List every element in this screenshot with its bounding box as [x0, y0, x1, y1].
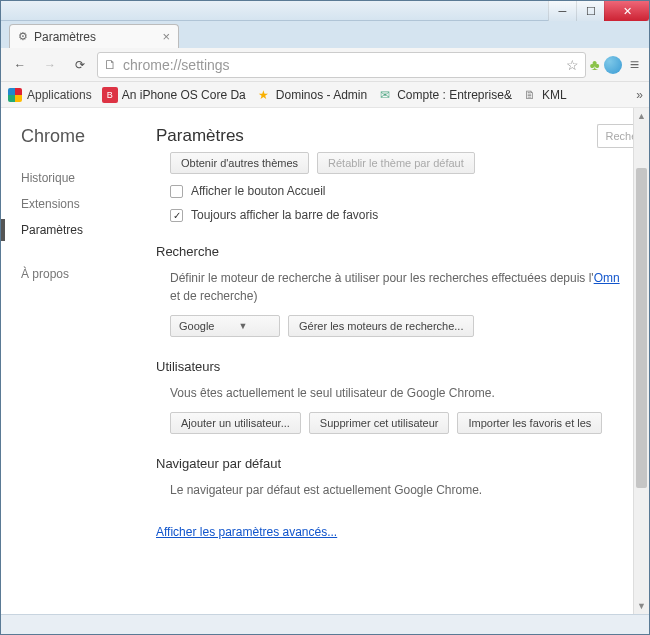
sidebar-item-extensions[interactable]: Extensions	[21, 191, 156, 217]
users-description: Vous êtes actuellement le seul utilisate…	[170, 384, 631, 402]
sidebar-item-settings[interactable]: Paramètres	[21, 217, 156, 243]
sidebar-item-history[interactable]: Historique	[21, 165, 156, 191]
bookmark-star-icon[interactable]: ☆	[566, 57, 579, 73]
bookmark-label: Compte : Entreprise&	[397, 88, 512, 102]
bookmarks-bar: Applications B An iPhone OS Core Da ★ Do…	[1, 82, 649, 108]
omnibox[interactable]: 🗋 ☆	[97, 52, 586, 78]
window-close-button[interactable]: ✕	[604, 1, 649, 21]
default-browser-description: Le navigateur par défaut est actuellemen…	[170, 481, 631, 499]
bookmark-icon: ★	[256, 87, 272, 103]
scrollbar[interactable]: ▲ ▼	[633, 108, 649, 614]
bookmarks-overflow-icon[interactable]: »	[636, 88, 643, 102]
show-bookbar-label: Toujours afficher la barre de favoris	[191, 208, 378, 222]
window-minimize-button[interactable]: ─	[548, 1, 576, 21]
forward-button[interactable]: →	[37, 52, 63, 78]
checkbox-icon[interactable]	[170, 185, 183, 198]
toolbar: ← → ⟳ 🗋 ☆ ♣ ≡	[1, 48, 649, 82]
bookmark-icon: B	[102, 87, 118, 103]
manage-engines-button[interactable]: Gérer les moteurs de recherche...	[288, 315, 474, 337]
apps-label: Applications	[27, 88, 92, 102]
bookmark-label: KML	[542, 88, 567, 102]
page-title: Paramètres	[156, 126, 244, 146]
search-engine-value: Google	[179, 320, 214, 332]
apps-icon	[8, 88, 22, 102]
brand-title: Chrome	[21, 126, 156, 147]
tab-close-icon[interactable]: ×	[162, 29, 170, 44]
get-themes-button[interactable]: Obtenir d'autres thèmes	[170, 152, 309, 174]
site-icon: 🗋	[104, 57, 117, 72]
sidebar-item-about[interactable]: À propos	[21, 261, 156, 287]
apps-shortcut[interactable]: Applications	[7, 87, 92, 103]
search-description: Définir le moteur de recherche à utilise…	[170, 269, 631, 305]
tab-settings[interactable]: ⚙ Paramètres ×	[9, 24, 179, 48]
scrollbar-thumb[interactable]	[636, 168, 647, 488]
browser-window: ─ ☐ ✕ ⚙ Paramètres × ← → ⟳ 🗋 ☆ ♣ ≡ Appli…	[0, 0, 650, 635]
back-button[interactable]: ←	[7, 52, 33, 78]
window-buttons: ─ ☐ ✕	[548, 1, 649, 21]
bookmark-item[interactable]: ✉ Compte : Entreprise&	[377, 87, 512, 103]
omnibox-link[interactable]: Omn	[594, 271, 620, 285]
tab-strip: ⚙ Paramètres ×	[1, 21, 649, 48]
checkbox-checked-icon[interactable]	[170, 209, 183, 222]
settings-header: Paramètres Recher	[156, 108, 649, 152]
default-browser-heading: Navigateur par défaut	[156, 456, 631, 471]
window-titlebar: ─ ☐ ✕	[1, 1, 649, 21]
section-search: Recherche Définir le moteur de recherche…	[156, 244, 631, 337]
settings-sidebar: Chrome Historique Extensions Paramètres …	[1, 108, 156, 614]
bookmark-icon: ✉	[377, 87, 393, 103]
section-appearance: Apparence Obtenir d'autres thèmes Rétabl…	[156, 152, 631, 222]
reset-theme-button[interactable]: Rétablir le thème par défaut	[317, 152, 475, 174]
menu-icon[interactable]: ≡	[626, 56, 643, 74]
section-default-browser: Navigateur par défaut Le navigateur par …	[156, 456, 631, 499]
search-engine-select[interactable]: Google ▼	[170, 315, 280, 337]
advanced-settings-link[interactable]: Afficher les paramètres avancés...	[156, 525, 337, 539]
caret-down-icon: ▼	[238, 321, 247, 331]
status-bar	[1, 614, 649, 634]
url-input[interactable]	[123, 57, 560, 73]
bookmark-icon: 🗎	[522, 87, 538, 103]
scroll-up-icon[interactable]: ▲	[634, 108, 649, 124]
tab-title: Paramètres	[34, 30, 96, 44]
reload-button[interactable]: ⟳	[67, 52, 93, 78]
settings-main: Paramètres Recher Apparence Obtenir d'au…	[156, 108, 649, 614]
gear-icon: ⚙	[18, 30, 28, 43]
bookmark-item[interactable]: B An iPhone OS Core Da	[102, 87, 246, 103]
users-heading: Utilisateurs	[156, 359, 631, 374]
bookmark-label: An iPhone OS Core Da	[122, 88, 246, 102]
bookmark-item[interactable]: ★ Dominos - Admin	[256, 87, 367, 103]
import-bookmarks-button[interactable]: Importer les favoris et les	[457, 412, 602, 434]
window-maximize-button[interactable]: ☐	[576, 1, 604, 21]
show-home-label: Afficher le bouton Accueil	[191, 184, 326, 198]
show-home-checkbox-row[interactable]: Afficher le bouton Accueil	[170, 184, 631, 198]
show-bookbar-checkbox-row[interactable]: Toujours afficher la barre de favoris	[170, 208, 631, 222]
bookmark-item[interactable]: 🗎 KML	[522, 87, 567, 103]
android-icon[interactable]: ♣	[590, 56, 600, 73]
delete-user-button[interactable]: Supprimer cet utilisateur	[309, 412, 450, 434]
profile-avatar[interactable]	[604, 56, 622, 74]
bookmark-label: Dominos - Admin	[276, 88, 367, 102]
add-user-button[interactable]: Ajouter un utilisateur...	[170, 412, 301, 434]
settings-scroll: Apparence Obtenir d'autres thèmes Rétabl…	[156, 152, 649, 614]
content-area: Chrome Historique Extensions Paramètres …	[1, 108, 649, 614]
section-users: Utilisateurs Vous êtes actuellement le s…	[156, 359, 631, 434]
search-heading: Recherche	[156, 244, 631, 259]
scroll-down-icon[interactable]: ▼	[634, 598, 649, 614]
